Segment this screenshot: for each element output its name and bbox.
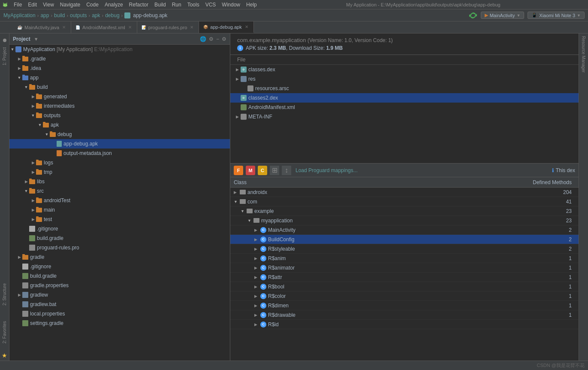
dex-row-myapplication[interactable]: ▼ myapplication 23 [230, 216, 579, 225]
tab-close-mainactivity[interactable]: ✕ [61, 24, 66, 30]
file-item-classes-dex[interactable]: ▶ D classes.dex [230, 65, 579, 74]
menu-view[interactable]: View [40, 1, 57, 9]
menu-vcs[interactable]: VCS [203, 1, 219, 9]
tree-item-apk-folder[interactable]: ▼ apk [9, 120, 230, 130]
dex-row-buildconfig[interactable]: ▶ C BuildConfig 2 [230, 235, 579, 244]
panel-dropdown-arrow[interactable]: ▼ [34, 36, 39, 42]
panel-action-cog[interactable]: ⚙ [209, 36, 214, 42]
breadcrumb-apk[interactable]: apk [92, 12, 100, 18]
star-icon[interactable]: ★ [2, 352, 7, 359]
dex-row-rcolor[interactable]: ▶ C R$color 1 [230, 291, 579, 301]
dex-row-ranimator[interactable]: ▶ C R$animator 1 [230, 263, 579, 273]
tab-close-manifest[interactable]: ✕ [127, 24, 133, 30]
dex-row-rbool[interactable]: ▶ C R$bool 1 [230, 282, 579, 291]
file-item-res[interactable]: ▶ res [230, 74, 579, 84]
dex-filter-classes-btn[interactable]: C [258, 166, 267, 175]
tree-item-src[interactable]: ▼ src [9, 186, 230, 196]
breadcrumb-outputs[interactable]: outputs [70, 12, 87, 18]
file-item-meta-inf[interactable]: ▶ META-INF [230, 112, 579, 121]
tab-proguard-rules[interactable]: 📝 proguard-rules.pro ✕ [137, 21, 199, 33]
dex-row-com[interactable]: ▼ com 41 [230, 197, 579, 206]
device-selector[interactable]: 📱 Xiaomi Mi Note 3 ▼ [528, 12, 585, 19]
menu-refactor[interactable]: Refactor [127, 1, 151, 9]
dex-filter-fields-btn[interactable]: F [234, 166, 243, 175]
project-panel-toggle[interactable] [3, 39, 6, 42]
tree-item-logs[interactable]: ▶ logs [9, 158, 230, 167]
menu-navigate[interactable]: Navigate [57, 1, 83, 9]
menu-file[interactable]: File [11, 1, 24, 9]
dex-row-rdrawable[interactable]: ▶ C R$drawable 1 [230, 310, 579, 320]
structure-label[interactable]: 2: Structure [2, 280, 7, 309]
tab-close-proguard[interactable]: ✕ [189, 24, 194, 30]
project-root-icon [15, 46, 21, 52]
dex-row-rattr[interactable]: ▶ C R$attr 1 [230, 273, 579, 282]
menu-build[interactable]: Build [152, 1, 169, 9]
panel-action-globe[interactable]: 🌐 [200, 36, 206, 42]
menu-help[interactable]: Help [244, 1, 259, 9]
tree-item-idea[interactable]: ▶ .idea [9, 64, 230, 73]
tree-item-gradlew[interactable]: ▶ gradlew [9, 290, 230, 300]
dex-row-ranim[interactable]: ▶ C R$anim 1 [230, 254, 579, 263]
breadcrumb-app[interactable]: app [40, 12, 49, 18]
breadcrumb-build[interactable]: build [54, 12, 65, 18]
tree-item-build[interactable]: ▼ build [9, 82, 230, 92]
tree-item-libs[interactable]: ▶ libs [9, 177, 230, 186]
menu-window[interactable]: Window [219, 1, 243, 9]
dex-row-example[interactable]: ▼ example 23 [230, 206, 579, 216]
tree-item-debug-folder[interactable]: ▼ debug [9, 130, 230, 139]
tree-item-root-build-gradle[interactable]: build.gradle [9, 271, 230, 281]
favorites-label[interactable]: 2: Favorites [2, 318, 7, 347]
panel-action-minus[interactable]: − [216, 36, 219, 42]
tree-item-root-gitignore[interactable]: .gitignore [9, 262, 230, 271]
sync-icon[interactable] [469, 11, 477, 20]
tree-item-intermediates[interactable]: ▶ intermediates [9, 101, 230, 111]
dex-filter-icon[interactable]: ⊞ [270, 166, 279, 175]
dex-row-rid[interactable]: ▶ C R$id [230, 320, 579, 329]
file-item-androidmanifest[interactable]: AndroidManifest.xml [230, 103, 579, 112]
tree-item-settings-gradle[interactable]: settings.gradle [9, 318, 230, 328]
tree-item-test[interactable]: ▶ test [9, 215, 230, 224]
tab-app-debug-apk[interactable]: 📦 app-debug.apk ✕ [199, 21, 253, 33]
tree-item-tmp[interactable]: ▶ tmp [9, 167, 230, 177]
file-item-classes2-dex[interactable]: D classes2.dex [230, 93, 579, 103]
tree-item-gradlew-bat[interactable]: gradlew.bat [9, 300, 230, 309]
tree-item-root[interactable]: ▼ MyApplication [My Application] E:\MyAp… [9, 45, 230, 54]
tree-item-gradle-root[interactable]: ▶ gradle [9, 252, 230, 262]
run-config-selector[interactable]: ▶ MainActivity ▼ [481, 12, 525, 19]
menu-edit[interactable]: Edit [25, 1, 39, 9]
panel-action-gear[interactable]: ⚙ [222, 36, 226, 42]
project-label[interactable]: 1: Project [2, 44, 7, 69]
dex-filter-methods-btn[interactable]: M [246, 166, 255, 175]
dex-row-mainactivity[interactable]: ▶ C MainActivity 2 [230, 225, 579, 235]
menu-code[interactable]: Code [84, 1, 101, 9]
tree-item-app-debug-apk[interactable]: app-debug.apk [9, 139, 230, 149]
dex-row-rstyleable[interactable]: ▶ C R$styleable 2 [230, 244, 579, 254]
tree-item-app-build-gradle[interactable]: build.gradle [9, 234, 230, 243]
tree-item-androidtest[interactable]: ▶ androidTest [9, 196, 230, 205]
tree-item-output-metadata[interactable]: output-metadata.json [9, 149, 230, 158]
tree-item-local-properties[interactable]: local.properties [9, 309, 230, 318]
file-item-resources-arsc[interactable]: resources.arsc [230, 84, 579, 93]
tree-item-app[interactable]: ▼ app [9, 73, 230, 82]
dex-row-androidx[interactable]: ▶ androidx 204 [230, 188, 579, 197]
dex-sort-icon[interactable]: ↕ [282, 166, 291, 175]
tree-item-proguard-app[interactable]: proguard-rules.pro [9, 243, 230, 252]
menu-analyze[interactable]: Analyze [102, 1, 126, 9]
tree-item-main[interactable]: ▶ main [9, 205, 230, 215]
tree-item-generated[interactable]: ▶ generated [9, 92, 230, 101]
menu-tools[interactable]: Tools [185, 1, 202, 9]
tree-item-outputs[interactable]: ▼ outputs [9, 111, 230, 120]
tree-item-gradle-hidden[interactable]: ▶ .gradle [9, 54, 230, 64]
tab-androidmanifest-xml[interactable]: 📄 AndroidManifest.xml ✕ [71, 21, 137, 33]
tree-item-app-gitignore[interactable]: .gitignore [9, 224, 230, 234]
dex-row-rdimen[interactable]: ▶ C R$dimen 1 [230, 301, 579, 310]
dex-load-proguard-btn[interactable]: Load Proguard mappings... [296, 167, 358, 173]
breadcrumb-myapplication[interactable]: MyApplication [3, 12, 36, 18]
tab-mainactivity-java[interactable]: ☕ MainActivity.java ✕ [13, 21, 71, 33]
menu-run[interactable]: Run [169, 1, 184, 9]
resource-manager-label[interactable]: Resource Manager [581, 33, 586, 75]
tree-label-root-gitignore: .gitignore [30, 264, 51, 270]
breadcrumb-debug[interactable]: debug [105, 12, 119, 18]
tab-close-apk[interactable]: ✕ [244, 24, 249, 30]
tree-item-gradle-properties[interactable]: gradle.properties [9, 281, 230, 290]
